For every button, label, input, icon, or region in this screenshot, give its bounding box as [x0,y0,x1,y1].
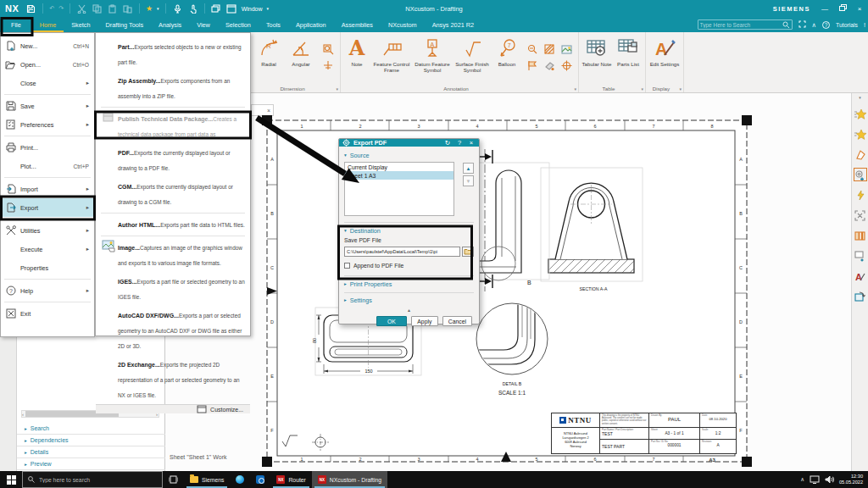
tutorials-link[interactable]: Tutorials [836,22,858,28]
tab-assemblies[interactable]: Assemblies [334,17,381,32]
menu-item-execute[interactable]: Execute▸ [1,240,94,258]
cut-icon[interactable] [76,3,87,14]
redo-icon[interactable]: ↷ [58,5,64,12]
menu-item-close[interactable]: Close▸ [1,74,94,92]
tab-tools[interactable]: Tools [259,17,288,32]
radial-button[interactable]: R Radial [253,32,284,83]
customize-button[interactable]: Customize... [210,407,243,413]
angular-button[interactable]: Angular [284,32,318,83]
navigator-section-dependencies[interactable]: ▸Dependencies [17,435,165,446]
submenu-item-iges[interactable]: IGES...Exports a part file or selected g… [96,272,250,306]
submenu-item-2d-exchange[interactable]: 2D Exchange...Exports the projected 2D r… [96,355,250,404]
source-item-current-display[interactable]: Current Display [345,163,453,171]
close-button[interactable]: × [854,5,865,13]
tab-sketch[interactable]: Sketch [64,17,97,32]
paste-special-icon[interactable] [122,3,133,14]
menu-item-new[interactable]: New...Ctrl+N [1,36,94,55]
taskbar-search[interactable] [22,471,163,488]
gear-add-icon[interactable] [854,168,867,181]
menu-item-properties[interactable]: Properties [1,258,94,277]
navigator-section-details[interactable]: ▸Details [17,446,165,458]
dialog-close-icon[interactable]: × [467,139,476,147]
minimize-ribbon-icon[interactable]: ∧ [812,21,817,29]
speaker-icon[interactable] [825,475,834,484]
navigator-section-search[interactable]: ▸Search [17,423,165,435]
submenu-item-part[interactable]: Part...Exports selected objects to a new… [96,37,250,71]
taskbar-app-nxcustom[interactable]: NX NXcustom - Drafting [312,471,387,488]
alert-icon[interactable]: ! [864,21,865,29]
intersection-symbol-icon[interactable] [525,58,540,73]
tab-analysis[interactable]: Analysis [151,17,189,32]
network-icon[interactable] [810,475,820,484]
help-icon[interactable]: ? [822,21,830,29]
move-down-button[interactable]: ▼ [463,175,474,186]
cascade-windows-icon[interactable] [211,3,222,14]
menu-item-plot[interactable]: Plot...Ctrl+P [1,157,94,175]
ok-button[interactable]: OK [376,316,407,326]
source-section-header[interactable]: ▾Source [344,150,474,160]
tab-drafting-tools[interactable]: Drafting Tools [98,17,151,32]
source-list[interactable]: Current Display Sheet 1 A3 [344,162,454,216]
crosshatch-icon[interactable] [542,42,557,57]
dialog-collapse-icon[interactable]: ▴ [344,307,474,314]
command-search-input[interactable] [700,22,782,28]
start-button[interactable] [0,471,22,488]
undo-icon[interactable]: ↶ [49,5,54,12]
window-icon[interactable] [226,3,237,14]
menu-item-export[interactable]: Export▸ [1,198,94,217]
favorites-caret-icon[interactable]: ▾ [157,6,159,11]
tab-ansys[interactable]: Ansys 2021 R2 [425,17,482,32]
submenu-item-cgm[interactable]: CGM...Exports the currently displayed la… [96,177,250,211]
group-dialog-caret-icon[interactable]: ▾ [679,86,682,92]
copy-icon[interactable] [92,3,103,14]
menu-item-print[interactable]: Print... [1,138,94,157]
ordinate-icon[interactable] [320,42,336,57]
edit-annotation-icon[interactable] [542,58,557,73]
toolbar-caret-icon[interactable]: ▾ [859,95,861,100]
columns-icon[interactable] [854,229,867,242]
datum-target-icon[interactable] [320,58,336,73]
save-icon[interactable] [25,3,36,14]
dialog-help-icon[interactable]: ? [455,139,464,147]
menu-item-save[interactable]: Save▸ [1,97,94,115]
append-checkbox-row[interactable]: Append to PDF File [344,261,474,269]
update-view-icon[interactable] [854,290,867,303]
edit-settings-button[interactable]: A Edit Settings [648,32,682,83]
parts-list-button[interactable]: Parts List [613,32,643,83]
menu-item-help[interactable]: ?Help▸ [1,281,94,300]
touch-mode-icon[interactable] [187,3,198,14]
destination-section-header[interactable]: ▾Destination [344,225,474,236]
reset-icon[interactable]: ↻ [443,139,452,147]
window-menu[interactable]: Window [242,6,263,12]
fullscreen-icon[interactable] [798,20,806,30]
favorites-star-icon[interactable]: ★ [146,5,153,13]
pdf-path-input[interactable] [344,247,460,257]
drawing-sheet[interactable]: 12345678 1234567 A3 ABCDEF ABCDEF SECTIO… [165,93,852,471]
taskbar-app-edge[interactable] [230,471,250,488]
note-button[interactable]: A Note [342,32,371,83]
tab-application[interactable]: Application [288,17,334,32]
taskbar-app-siemens[interactable]: Siemens [184,471,230,488]
tab-home[interactable]: Home [32,17,64,32]
taskbar-app-outlook[interactable] [250,471,270,488]
annotation-edit-icon[interactable]: A [854,269,867,283]
tab-selection[interactable]: Selection [218,17,259,32]
dialog-header[interactable]: Export PDF ↻ ? × [339,139,479,147]
microphone-icon[interactable] [172,3,183,14]
submenu-item-pdf[interactable]: PDF...Exports the currently displayed la… [96,143,250,177]
command-search[interactable] [698,19,793,30]
zoom-out-icon[interactable] [525,42,540,57]
source-item-sheet1[interactable]: Sheet 1 A3 [345,171,453,180]
tray-chevron-icon[interactable]: ∧ [800,476,804,483]
datum-feature-symbol-button[interactable]: A Datum Feature Symbol [412,32,453,83]
window-caret-icon[interactable]: ▾ [267,6,270,11]
print-properties-section-header[interactable]: ▸Print Properties [344,279,474,289]
sheet-format-icon[interactable] [854,147,867,161]
apply-button[interactable]: Apply [411,316,438,326]
role-star2-icon[interactable] [854,127,867,141]
minimize-button[interactable]: — [820,5,830,13]
cancel-button[interactable]: Cancel [442,316,472,326]
tabular-note-button[interactable]: Tabular Note [581,32,613,83]
fit-view-icon[interactable] [854,208,867,222]
restore-button[interactable] [839,6,845,11]
